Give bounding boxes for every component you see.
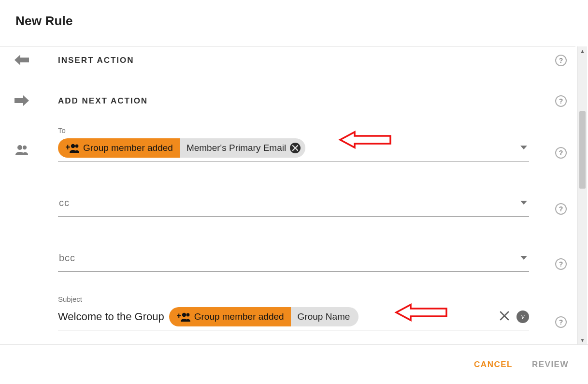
- to-chip-event-label: Group member added: [83, 143, 173, 153]
- close-icon[interactable]: [290, 143, 301, 153]
- svg-point-6: [182, 312, 186, 316]
- to-label: To: [58, 126, 529, 134]
- svg-point-4: [75, 144, 79, 148]
- bcc-field[interactable]: [58, 248, 529, 272]
- dialog-body: INSERT ACTION ? ADD NEXT ACTION ?: [0, 46, 575, 344]
- subject-text[interactable]: Welcome to the Group: [58, 310, 164, 323]
- scroll-up-icon[interactable]: ▲: [578, 46, 587, 55]
- subject-chip-field[interactable]: Group Name: [291, 307, 359, 326]
- subject-chip-event-label: Group member added: [194, 311, 284, 322]
- subject-field[interactable]: Welcome to the Group + Group member adde…: [58, 306, 529, 330]
- bcc-field-row: ?: [0, 242, 575, 272]
- help-icon[interactable]: ?: [555, 316, 567, 328]
- to-field-row: To + Group member added: [0, 120, 575, 162]
- cc-input[interactable]: [58, 193, 518, 212]
- scrollbar[interactable]: ▲ ▼: [577, 46, 587, 344]
- bcc-input[interactable]: [58, 249, 518, 267]
- chevron-down-icon[interactable]: [518, 254, 529, 263]
- to-chip-event[interactable]: + Group member added: [58, 138, 180, 158]
- cc-field[interactable]: [58, 192, 529, 217]
- svg-point-0: [17, 145, 22, 150]
- arrow-left-icon[interactable]: [0, 53, 58, 65]
- help-icon[interactable]: ?: [555, 203, 567, 215]
- svg-point-3: [71, 144, 75, 148]
- to-chip-field[interactable]: Member's Primary Email: [180, 138, 305, 158]
- help-icon[interactable]: ?: [555, 147, 567, 159]
- review-button[interactable]: REVIEW: [530, 356, 571, 373]
- to-chip-field-label: Member's Primary Email: [186, 143, 286, 153]
- dialog-footer: CANCEL REVIEW: [0, 344, 588, 384]
- insert-action-row: INSERT ACTION ?: [0, 47, 575, 68]
- chevron-down-icon[interactable]: [518, 199, 529, 207]
- cc-field-row: ?: [0, 187, 575, 217]
- help-icon[interactable]: ?: [555, 258, 567, 270]
- dialog-title: New Rule: [0, 0, 588, 41]
- help-icon[interactable]: ?: [555, 55, 567, 66]
- scrollbar-thumb[interactable]: [579, 111, 586, 189]
- scroll-down-icon[interactable]: ▼: [578, 336, 587, 344]
- chevron-down-icon[interactable]: [518, 144, 529, 152]
- svg-text:+: +: [177, 312, 182, 321]
- subject-field-row: Subject Welcome to the Group + Group mem…: [0, 289, 575, 330]
- subject-label: Subject: [58, 295, 529, 303]
- svg-point-7: [186, 313, 189, 316]
- clear-icon[interactable]: [497, 310, 512, 323]
- insert-variable-button[interactable]: v: [516, 310, 529, 323]
- to-field[interactable]: + Group member added Member's Primary Em…: [58, 137, 529, 162]
- add-next-action-row: ADD NEXT ACTION ?: [0, 88, 575, 109]
- insert-action-heading[interactable]: INSERT ACTION: [58, 53, 529, 68]
- subject-chip-event[interactable]: + Group member added: [169, 307, 291, 326]
- svg-text:+: +: [66, 143, 71, 152]
- add-next-action-heading[interactable]: ADD NEXT ACTION: [58, 93, 529, 109]
- help-icon[interactable]: ?: [555, 95, 567, 107]
- subject-chip-field-label: Group Name: [298, 311, 350, 322]
- people-icon: [0, 133, 58, 155]
- svg-point-1: [23, 145, 27, 149]
- arrow-right-icon[interactable]: [0, 93, 58, 106]
- cancel-button[interactable]: CANCEL: [472, 356, 515, 373]
